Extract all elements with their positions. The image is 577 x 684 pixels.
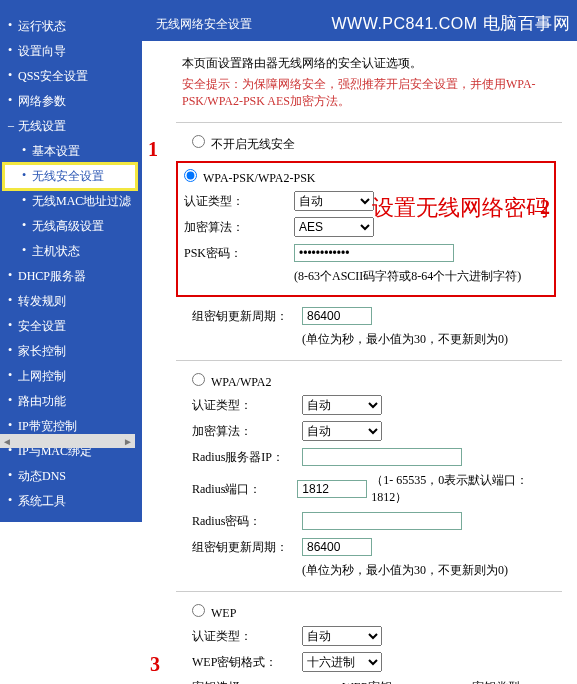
input-radius-ip[interactable] [302, 448, 462, 466]
nav-wireless-basic[interactable]: 基本设置 [4, 139, 142, 164]
nav-wireless-mac[interactable]: 无线MAC地址过滤 [4, 189, 142, 214]
radio-wpapsk[interactable] [184, 169, 197, 182]
lbl-key-select: 密钥选择 [192, 679, 262, 684]
nav-wireless-host[interactable]: 主机状态 [4, 239, 142, 264]
input-radius-pwd[interactable] [302, 512, 462, 530]
input-rekey2[interactable] [302, 538, 372, 556]
nav-security[interactable]: 安全设置 [4, 314, 142, 339]
nav-access[interactable]: 上网控制 [4, 364, 142, 389]
radio-wpa-label[interactable]: WPA/WPA2 [192, 375, 271, 389]
rekey-hint1: (单位为秒，最小值为30，不更新则为0) [302, 331, 556, 348]
annotation-2: 2 [540, 196, 550, 219]
nav-ddns[interactable]: 动态DNS [4, 464, 142, 489]
nav-wireless-advanced[interactable]: 无线高级设置 [4, 214, 142, 239]
overlay-annotation: 设置无线网络密码 [372, 193, 548, 223]
nav-parental[interactable]: 家长控制 [4, 339, 142, 364]
radio-wep-label[interactable]: WEP [192, 606, 236, 620]
lbl-enc: 加密算法： [184, 219, 294, 236]
nav-network[interactable]: 网络参数 [4, 89, 142, 114]
lbl-auth2: 认证类型： [192, 397, 302, 414]
lbl-rekey2: 组密钥更新周期： [192, 539, 302, 556]
wpapsk-section: 设置无线网络密码 WPA-PSK/WPA2-PSK 认证类型：自动 加密算法：A… [176, 161, 556, 297]
input-psk[interactable] [294, 244, 454, 262]
lbl-wep-fmt: WEP密钥格式： [192, 654, 302, 671]
input-radius-port[interactable] [297, 480, 367, 498]
nav-wireless[interactable]: 无线设置 [4, 114, 142, 139]
input-rekey1[interactable] [302, 307, 372, 325]
lbl-rekey: 组密钥更新周期： [192, 308, 302, 325]
radio-none[interactable] [192, 135, 205, 148]
rekey-hint2: (单位为秒，最小值为30，不更新则为0) [302, 562, 556, 579]
content-pane: 无线网络安全设置 WWW.PC841.COM 电脑百事网 本页面设置路由器无线网… [142, 6, 577, 684]
desc-text: 本页面设置路由器无线网络的安全认证选项。 [182, 55, 556, 72]
lbl-auth: 认证类型： [184, 193, 294, 210]
sidebar-scrollbar[interactable]: ◄► [0, 434, 135, 448]
nav-setup-wizard[interactable]: 设置向导 [4, 39, 142, 64]
psk-hint: (8-63个ASCII码字符或8-64个十六进制字符) [294, 268, 548, 285]
lbl-key-type: 密钥类型 [472, 679, 520, 684]
select-wep-fmt[interactable]: 十六进制 [302, 652, 382, 672]
lbl-radius-pwd: Radius密码： [192, 513, 302, 530]
radio-wpapsk-label[interactable]: WPA-PSK/WPA2-PSK [184, 171, 315, 185]
select-auth-psk[interactable]: 自动 [294, 191, 374, 211]
radio-wep[interactable] [192, 604, 205, 617]
nav-routing[interactable]: 路由功能 [4, 389, 142, 414]
lbl-wep-auth: 认证类型： [192, 628, 302, 645]
select-auth-wpa[interactable]: 自动 [302, 395, 382, 415]
port-hint: （1- 65535，0表示默认端口：1812） [371, 472, 556, 506]
lbl-psk: PSK密码： [184, 245, 294, 262]
nav-dhcp[interactable]: DHCP服务器 [4, 264, 142, 289]
nav-qss[interactable]: QSS安全设置 [4, 64, 142, 89]
radio-wpa[interactable] [192, 373, 205, 386]
lbl-radius-ip: Radius服务器IP： [192, 449, 302, 466]
lbl-enc2: 加密算法： [192, 423, 302, 440]
annotation-1: 1 [148, 138, 158, 161]
nav-system[interactable]: 系统工具 [4, 489, 142, 514]
radio-none-label[interactable]: 不开启无线安全 [192, 137, 295, 151]
nav-run-status[interactable]: 运行状态 [4, 14, 142, 39]
tip-text: 安全提示：为保障网络安全，强烈推荐开启安全设置，并使用WPA-PSK/WPA2-… [182, 76, 556, 110]
lbl-wep-key: WEP密钥 [262, 679, 472, 684]
select-wep-auth[interactable]: 自动 [302, 626, 382, 646]
select-enc-psk[interactable]: AES [294, 217, 374, 237]
nav-forward[interactable]: 转发规则 [4, 289, 142, 314]
annotation-3: 3 [150, 653, 160, 676]
lbl-radius-port: Radius端口： [192, 481, 297, 498]
watermark: WWW.PC841.COM 电脑百事网 [331, 12, 570, 35]
nav-wireless-security[interactable]: 无线安全设置 [4, 164, 136, 189]
select-enc-wpa[interactable]: 自动 [302, 421, 382, 441]
